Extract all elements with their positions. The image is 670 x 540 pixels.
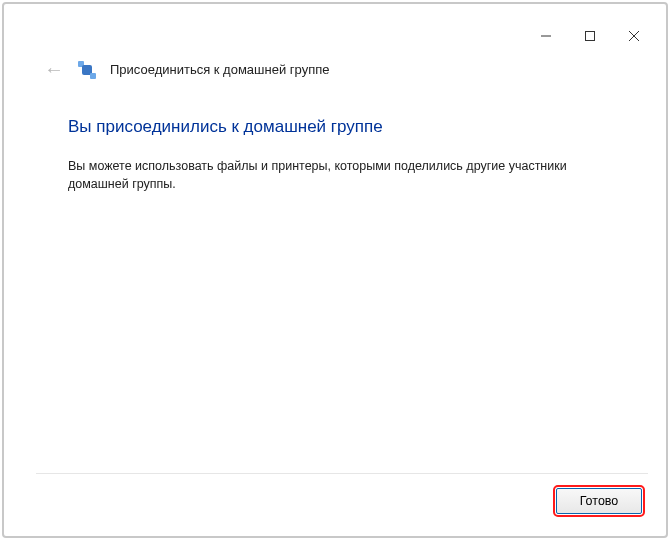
footer-separator — [36, 473, 648, 474]
content-area: Вы присоединились к домашней группе Вы м… — [26, 99, 658, 193]
body-text: Вы можете использовать файлы и принтеры,… — [68, 157, 598, 193]
maximize-button[interactable] — [568, 22, 612, 50]
wizard-header: ← Присоединиться к домашней группе — [26, 52, 658, 99]
titlebar — [26, 20, 658, 52]
homegroup-icon — [78, 61, 96, 79]
outer-frame: ← Присоединиться к домашней группе Вы пр… — [2, 2, 668, 538]
page-heading: Вы присоединились к домашней группе — [68, 117, 616, 137]
svg-rect-1 — [586, 32, 595, 41]
back-arrow-icon[interactable]: ← — [44, 58, 64, 81]
done-button[interactable]: Готово — [556, 488, 642, 514]
wizard-window: ← Присоединиться к домашней группе Вы пр… — [26, 20, 658, 528]
close-button[interactable] — [612, 22, 656, 50]
minimize-button[interactable] — [524, 22, 568, 50]
footer: Готово — [556, 488, 642, 514]
wizard-title: Присоединиться к домашней группе — [110, 62, 329, 77]
